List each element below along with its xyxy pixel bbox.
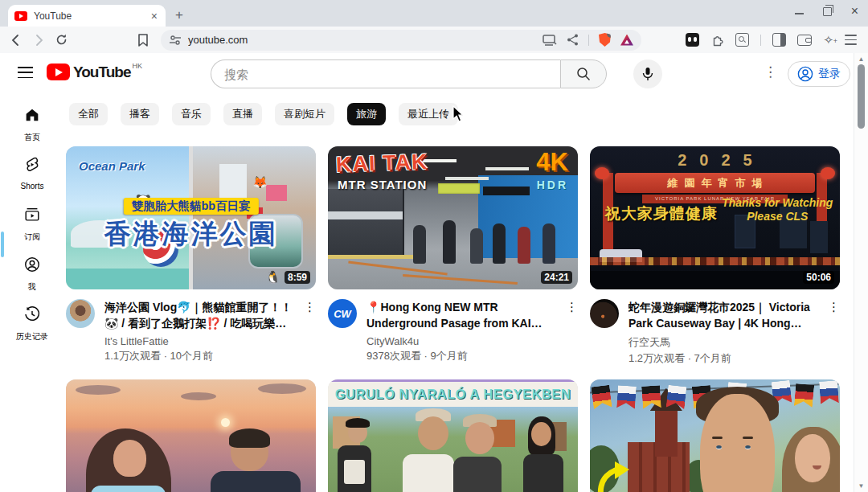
decor-eyebrow — [712, 437, 723, 439]
back-button[interactable] — [5, 29, 27, 51]
video-thumbnail[interactable]: KAI TAK MTR STATION 4K HDR 24:21 — [328, 146, 578, 289]
video-thumbnail[interactable] — [66, 379, 316, 492]
extension-icon[interactable] — [686, 33, 699, 47]
search-button[interactable] — [560, 59, 607, 88]
decor-eyebrow — [743, 437, 753, 439]
channel-name[interactable]: CityWalk4u — [366, 335, 556, 347]
chip-travel-selected[interactable]: 旅游 — [347, 103, 386, 125]
install-icon[interactable] — [542, 35, 557, 46]
forward-button[interactable] — [27, 29, 50, 51]
chip-all[interactable]: 全部 — [69, 103, 108, 125]
address-bar[interactable]: youtube.com 6 — [161, 30, 641, 51]
video-title[interactable]: 蛇年漫遊銅鑼灣花市2025｜ Victoria Park Causeway Ba… — [628, 299, 818, 331]
chip-podcasts[interactable]: 播客 — [121, 103, 159, 125]
thumb-4k-badge: 4K — [536, 148, 568, 177]
shield-badge: 6 — [607, 29, 616, 38]
extensions-puzzle-icon[interactable] — [710, 33, 724, 47]
decor-sign — [483, 187, 530, 195]
page-scrollbar[interactable]: ▲ ▼ — [854, 53, 868, 492]
chip-live[interactable]: 直播 — [223, 103, 262, 125]
decor-boy-hair — [346, 418, 370, 428]
tab-close-icon[interactable]: × — [149, 10, 159, 23]
decor-sign — [219, 164, 247, 201]
browser-tab[interactable]: YouTube × — [8, 5, 166, 27]
subscriptions-icon — [23, 206, 41, 223]
decor-person — [493, 223, 506, 264]
chip-music[interactable]: 音乐 — [172, 103, 211, 125]
video-kebab-icon[interactable]: ⋮ — [566, 299, 578, 363]
search-icon — [575, 66, 592, 82]
video-kebab-icon[interactable]: ⋮ — [304, 299, 316, 363]
decor-man-shirt — [211, 471, 301, 492]
youtube-page: YouTube HK ⋮ 登录 全部 播客 音乐 直播 — [0, 53, 868, 492]
microphone-icon — [641, 67, 654, 81]
video-thumbnail[interactable] — [590, 379, 840, 492]
signin-button[interactable]: 登录 — [788, 61, 850, 87]
sidebar-item-history[interactable]: 历史记录 — [0, 305, 64, 342]
channel-name[interactable]: 行空天馬 — [628, 335, 818, 350]
leo-ai-icon[interactable]: ✧+ — [823, 34, 833, 46]
sidebar-item-subscriptions[interactable]: 订阅 — [0, 206, 64, 243]
duration-badge: 8:59 — [285, 271, 310, 284]
channel-avatar[interactable] — [590, 299, 619, 328]
decor-lantern — [821, 167, 835, 179]
new-tab-button[interactable]: + — [175, 7, 183, 23]
brave-shield-icon[interactable]: 6 — [599, 33, 611, 47]
browser-window: YouTube × + × youtube.com — [0, 0, 868, 492]
bookmark-icon[interactable] — [132, 29, 154, 51]
sidebar-item-home[interactable]: 首页 — [0, 106, 64, 143]
home-icon — [23, 106, 41, 124]
decor-person — [443, 220, 456, 264]
chip-recently-uploaded[interactable]: 最近上传 — [399, 103, 458, 125]
site-settings-icon[interactable] — [169, 35, 182, 46]
channel-name[interactable]: It's LittleFattie — [104, 335, 294, 347]
video-thumbnail[interactable]: 2025 維園年宵市場 VICTORIA PARK LUNAR NEW YEAR… — [590, 146, 840, 289]
thumb-headline-band: GURULÓ NYARALÓ A HEGYEKBEN — [328, 379, 578, 407]
voice-search-button[interactable] — [633, 59, 662, 88]
reload-button[interactable] — [50, 29, 72, 51]
decor-train — [328, 189, 404, 255]
video-meta: 9378次观看 · 9个月前 — [366, 349, 556, 363]
video-title[interactable]: 海洋公園 Vlog🐬｜熊貓館重開了！！🐼 / 看到了企鵝打架⁉️ / 吃喝玩樂攻… — [104, 299, 294, 331]
yellow-arrow — [597, 460, 631, 492]
guide-menu-icon[interactable] — [18, 67, 33, 78]
wallet-icon[interactable] — [797, 35, 812, 46]
decor-shirt-graphic — [344, 460, 365, 484]
header-kebab-icon[interactable]: ⋮ — [764, 64, 777, 80]
search-input[interactable] — [211, 59, 560, 88]
video-kebab-icon[interactable]: ⋮ — [828, 299, 840, 366]
scroll-up-icon[interactable]: ▲ — [854, 55, 868, 63]
page-search-icon[interactable] — [735, 33, 749, 47]
scroll-down-icon[interactable]: ▼ — [854, 482, 868, 490]
decor-eye — [716, 445, 722, 449]
thumb-wish-text: 祝大家身體健康 — [605, 203, 718, 224]
scrollbar-thumb[interactable] — [858, 64, 865, 129]
sidebar-item-you[interactable]: 我 — [0, 256, 64, 293]
youtube-logo[interactable]: YouTube HK — [47, 64, 142, 80]
video-title[interactable]: 📍Hong Kong NEW MTR Underground Pasage fr… — [366, 299, 556, 331]
url-text[interactable]: youtube.com — [188, 34, 542, 46]
video-thumbnail[interactable]: Ocean Park 🐼 🦊 雙胞胎大熊貓bb百日宴 香港海洋公園 🐧 8:59 — [66, 146, 316, 289]
youtube-masthead: YouTube HK ⋮ 登录 — [0, 53, 868, 95]
thumb-hdr-badge: HDR — [537, 178, 568, 191]
decor-man-face — [700, 394, 775, 492]
sidebar-item-shorts[interactable]: Shorts — [0, 156, 64, 191]
duration-badge: 24:21 — [541, 271, 572, 284]
channel-avatar[interactable]: CW — [328, 299, 357, 328]
browser-menu-icon[interactable] — [845, 35, 857, 44]
brave-rewards-icon[interactable] — [620, 35, 633, 46]
window-minimize-button[interactable] — [795, 13, 804, 14]
youtube-favicon-icon — [14, 11, 27, 21]
sidebar-toggle-icon[interactable] — [772, 33, 786, 47]
decor-person — [413, 225, 426, 264]
chip-comedy[interactable]: 喜剧短片 — [275, 103, 334, 125]
share-icon[interactable] — [567, 34, 579, 46]
channel-avatar[interactable] — [66, 299, 95, 328]
signin-label: 登录 — [818, 67, 841, 81]
window-close-button[interactable]: × — [851, 6, 858, 16]
window-restore-button[interactable] — [823, 7, 832, 16]
video-card: 2025 維園年宵市場 VICTORIA PARK LUNAR NEW YEAR… — [590, 146, 840, 366]
decor-man-face — [418, 416, 448, 450]
video-thumbnail[interactable]: Tennessee-North Carolina GURULÓ NYARALÓ … — [328, 379, 578, 492]
decor-sign — [438, 183, 480, 194]
